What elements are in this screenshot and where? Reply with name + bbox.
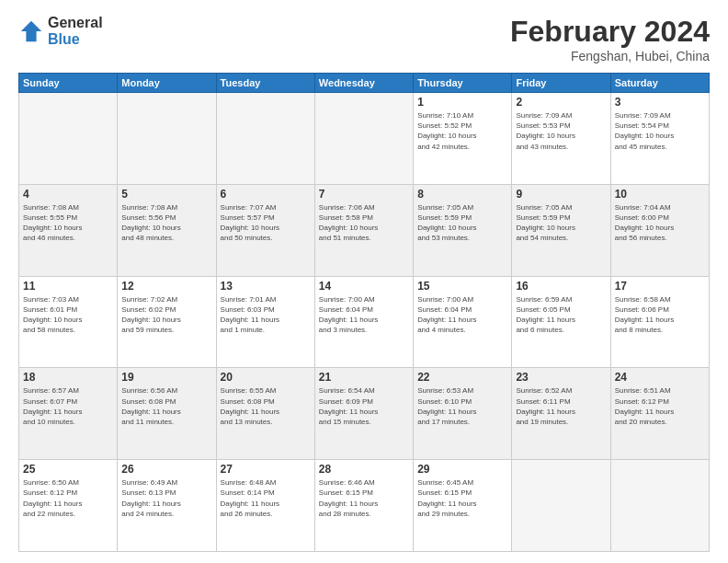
header: General Blue February 2024 Fengshan, Hub… [18, 15, 710, 63]
weekday-monday: Monday [118, 74, 216, 93]
day-info: Sunrise: 7:09 AM Sunset: 5:53 PM Dayligh… [516, 110, 606, 152]
calendar-cell [216, 93, 314, 185]
calendar-cell: 27Sunrise: 6:48 AM Sunset: 6:14 PM Dayli… [216, 460, 314, 552]
day-number: 10 [615, 188, 705, 201]
calendar-body: 1Sunrise: 7:10 AM Sunset: 5:52 PM Daylig… [19, 93, 710, 552]
calendar-cell: 12Sunrise: 7:02 AM Sunset: 6:02 PM Dayli… [118, 276, 216, 368]
calendar-week-3: 11Sunrise: 7:03 AM Sunset: 6:01 PM Dayli… [19, 276, 710, 368]
calendar-cell: 9Sunrise: 7:05 AM Sunset: 5:59 PM Daylig… [512, 184, 610, 276]
day-number: 11 [23, 280, 113, 293]
logo-icon [18, 18, 44, 44]
calendar-cell: 10Sunrise: 7:04 AM Sunset: 6:00 PM Dayli… [610, 184, 709, 276]
day-info: Sunrise: 6:58 AM Sunset: 6:06 PM Dayligh… [615, 294, 705, 336]
logo: General Blue [18, 15, 103, 48]
title-block: February 2024 Fengshan, Hubei, China [510, 15, 710, 63]
day-number: 7 [319, 188, 409, 201]
calendar-cell: 17Sunrise: 6:58 AM Sunset: 6:06 PM Dayli… [610, 276, 709, 368]
day-info: Sunrise: 6:53 AM Sunset: 6:10 PM Dayligh… [417, 385, 507, 427]
calendar-cell: 4Sunrise: 7:08 AM Sunset: 5:55 PM Daylig… [19, 184, 118, 276]
weekday-header-row: SundayMondayTuesdayWednesdayThursdayFrid… [19, 74, 710, 93]
day-number: 25 [23, 463, 113, 476]
calendar-cell: 14Sunrise: 7:00 AM Sunset: 6:04 PM Dayli… [314, 276, 413, 368]
day-info: Sunrise: 6:49 AM Sunset: 6:13 PM Dayligh… [121, 477, 211, 519]
calendar-cell: 24Sunrise: 6:51 AM Sunset: 6:12 PM Dayli… [610, 368, 709, 460]
day-number: 24 [615, 371, 705, 384]
day-info: Sunrise: 6:48 AM Sunset: 6:14 PM Dayligh… [221, 477, 311, 519]
calendar-cell: 21Sunrise: 6:54 AM Sunset: 6:09 PM Dayli… [314, 368, 413, 460]
day-info: Sunrise: 6:55 AM Sunset: 6:08 PM Dayligh… [221, 385, 311, 427]
day-info: Sunrise: 7:03 AM Sunset: 6:01 PM Dayligh… [23, 294, 113, 336]
calendar-cell: 3Sunrise: 7:09 AM Sunset: 5:54 PM Daylig… [610, 93, 709, 185]
day-number: 3 [615, 96, 705, 109]
day-info: Sunrise: 7:04 AM Sunset: 6:00 PM Dayligh… [615, 202, 705, 244]
weekday-tuesday: Tuesday [216, 74, 314, 93]
day-number: 20 [221, 371, 311, 384]
calendar-cell: 8Sunrise: 7:05 AM Sunset: 5:59 PM Daylig… [414, 184, 512, 276]
calendar-week-1: 1Sunrise: 7:10 AM Sunset: 5:52 PM Daylig… [19, 93, 710, 185]
calendar-cell [118, 93, 216, 185]
day-number: 19 [121, 371, 211, 384]
day-info: Sunrise: 6:51 AM Sunset: 6:12 PM Dayligh… [615, 385, 705, 427]
calendar-cell: 15Sunrise: 7:00 AM Sunset: 6:04 PM Dayli… [414, 276, 512, 368]
weekday-thursday: Thursday [414, 74, 512, 93]
calendar-week-2: 4Sunrise: 7:08 AM Sunset: 5:55 PM Daylig… [19, 184, 710, 276]
day-info: Sunrise: 7:10 AM Sunset: 5:52 PM Dayligh… [417, 110, 507, 152]
calendar-cell: 1Sunrise: 7:10 AM Sunset: 5:52 PM Daylig… [414, 93, 512, 185]
calendar-cell [19, 93, 118, 185]
day-number: 26 [121, 463, 211, 476]
day-info: Sunrise: 7:05 AM Sunset: 5:59 PM Dayligh… [417, 202, 507, 244]
day-number: 8 [417, 188, 507, 201]
logo-text: General Blue [48, 15, 103, 48]
calendar-cell: 7Sunrise: 7:06 AM Sunset: 5:58 PM Daylig… [314, 184, 413, 276]
day-info: Sunrise: 7:08 AM Sunset: 5:56 PM Dayligh… [121, 202, 211, 244]
svg-marker-0 [21, 21, 41, 41]
day-number: 29 [417, 463, 507, 476]
calendar-week-4: 18Sunrise: 6:57 AM Sunset: 6:07 PM Dayli… [19, 368, 710, 460]
day-info: Sunrise: 7:01 AM Sunset: 6:03 PM Dayligh… [221, 294, 311, 336]
calendar-cell: 26Sunrise: 6:49 AM Sunset: 6:13 PM Dayli… [118, 460, 216, 552]
day-number: 23 [516, 371, 606, 384]
day-number: 9 [516, 188, 606, 201]
day-info: Sunrise: 7:00 AM Sunset: 6:04 PM Dayligh… [319, 294, 409, 336]
day-info: Sunrise: 6:46 AM Sunset: 6:15 PM Dayligh… [319, 477, 409, 519]
calendar-cell: 23Sunrise: 6:52 AM Sunset: 6:11 PM Dayli… [512, 368, 610, 460]
day-number: 4 [23, 188, 113, 201]
day-info: Sunrise: 6:57 AM Sunset: 6:07 PM Dayligh… [23, 385, 113, 427]
calendar-cell: 25Sunrise: 6:50 AM Sunset: 6:12 PM Dayli… [19, 460, 118, 552]
calendar-cell: 2Sunrise: 7:09 AM Sunset: 5:53 PM Daylig… [512, 93, 610, 185]
day-number: 28 [319, 463, 409, 476]
day-info: Sunrise: 6:56 AM Sunset: 6:08 PM Dayligh… [121, 385, 211, 427]
calendar-cell: 16Sunrise: 6:59 AM Sunset: 6:05 PM Dayli… [512, 276, 610, 368]
day-number: 22 [417, 371, 507, 384]
day-number: 14 [319, 280, 409, 293]
calendar-cell: 28Sunrise: 6:46 AM Sunset: 6:15 PM Dayli… [314, 460, 413, 552]
weekday-sunday: Sunday [19, 74, 118, 93]
day-number: 27 [221, 463, 311, 476]
day-info: Sunrise: 6:59 AM Sunset: 6:05 PM Dayligh… [516, 294, 606, 336]
day-info: Sunrise: 6:54 AM Sunset: 6:09 PM Dayligh… [319, 385, 409, 427]
day-number: 16 [516, 280, 606, 293]
day-info: Sunrise: 7:09 AM Sunset: 5:54 PM Dayligh… [615, 110, 705, 152]
calendar-cell: 5Sunrise: 7:08 AM Sunset: 5:56 PM Daylig… [118, 184, 216, 276]
weekday-wednesday: Wednesday [314, 74, 413, 93]
calendar-cell: 6Sunrise: 7:07 AM Sunset: 5:57 PM Daylig… [216, 184, 314, 276]
calendar-cell: 11Sunrise: 7:03 AM Sunset: 6:01 PM Dayli… [19, 276, 118, 368]
calendar-cell [512, 460, 610, 552]
calendar-cell: 13Sunrise: 7:01 AM Sunset: 6:03 PM Dayli… [216, 276, 314, 368]
day-info: Sunrise: 7:05 AM Sunset: 5:59 PM Dayligh… [516, 202, 606, 244]
day-info: Sunrise: 7:02 AM Sunset: 6:02 PM Dayligh… [121, 294, 211, 336]
day-info: Sunrise: 6:52 AM Sunset: 6:11 PM Dayligh… [516, 385, 606, 427]
day-number: 12 [121, 280, 211, 293]
day-number: 5 [121, 188, 211, 201]
day-info: Sunrise: 6:50 AM Sunset: 6:12 PM Dayligh… [23, 477, 113, 519]
day-number: 18 [23, 371, 113, 384]
calendar-table: SundayMondayTuesdayWednesdayThursdayFrid… [18, 73, 710, 552]
day-info: Sunrise: 7:00 AM Sunset: 6:04 PM Dayligh… [417, 294, 507, 336]
calendar-cell: 19Sunrise: 6:56 AM Sunset: 6:08 PM Dayli… [118, 368, 216, 460]
calendar-cell: 20Sunrise: 6:55 AM Sunset: 6:08 PM Dayli… [216, 368, 314, 460]
day-info: Sunrise: 7:07 AM Sunset: 5:57 PM Dayligh… [221, 202, 311, 244]
day-number: 6 [221, 188, 311, 201]
calendar-cell [314, 93, 413, 185]
weekday-friday: Friday [512, 74, 610, 93]
location-title: Fengshan, Hubei, China [510, 49, 710, 63]
